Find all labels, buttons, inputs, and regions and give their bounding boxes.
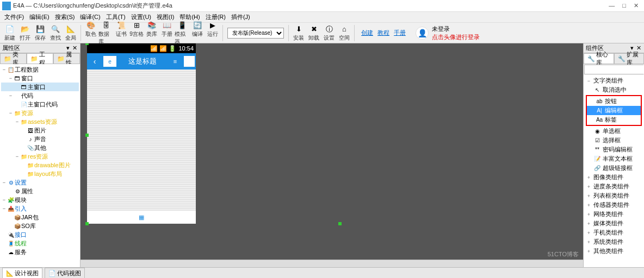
component-item[interactable]: 🔗超级链接框 [585,163,643,173]
phone-title: 这是标题 [117,56,168,66]
tree-item[interactable]: −📋工程数据 [1,65,79,74]
tree-item[interactable]: −📁assets资源 [1,117,79,126]
link-创建[interactable]: 创建 [361,29,373,37]
tree-item[interactable]: −代码 [1,91,79,100]
window-title: E4A — C:\Users\longchunfeng\Desktop\csdn… [13,2,609,10]
toolbar-运行[interactable]: ▶运行 [205,21,220,46]
tree-item[interactable]: ⚙属性 [1,187,79,195]
component-item[interactable]: A|编辑框 [587,106,641,115]
app-icon [2,2,11,10]
component-category[interactable]: +网络类组件 [585,210,643,219]
header-box [184,56,195,67]
login-status: 未登录 [432,25,480,33]
left-tab-属性[interactable]: 📁属性 [53,53,80,64]
component-item[interactable]: 📝丰富文本框 [585,154,643,163]
toolbar-类库[interactable]: 📚类库 [144,21,159,46]
component-item[interactable]: ☑选择框 [585,136,643,145]
toolbar-数据库[interactable]: 🗄数据库 [98,21,114,46]
link-手册[interactable]: 手册 [394,29,406,37]
tree-item[interactable]: −🧩模块 [1,195,79,204]
tab-code-view[interactable]: 📄 代码视图 [45,268,85,279]
tree-item[interactable]: −⚙设置 [1,178,79,187]
component-item[interactable]: ↖取消选中 [585,85,643,94]
tree-item[interactable]: 📁layout布局 [1,169,79,178]
component-item[interactable]: **密码编辑框 [585,145,643,154]
tab-design-view[interactable]: 📐 设计视图 [2,268,42,279]
avatar[interactable]: 👤 [416,27,429,40]
tree-item[interactable]: −📁资源 [1,109,79,117]
bottom-tabs: 📐 设计视图 📄 代码视图 [0,267,644,278]
menu-item[interactable]: 插件(J) [229,13,252,21]
tree-item[interactable]: 📄主窗口代码 [1,100,79,109]
component-item[interactable]: ab按钮 [587,97,641,106]
left-tab-类库[interactable]: 📁类库 [0,53,27,64]
left-tab-工程[interactable]: 📁工程 [27,53,53,64]
toolbar-手册[interactable]: 📖手册 [159,21,175,46]
component-category[interactable]: +系统类组件 [585,237,643,247]
toolbar-打开[interactable]: 📂打开 [17,24,33,42]
link-教程[interactable]: 教程 [377,29,389,37]
tree-item[interactable]: −📥引入 [1,204,79,213]
component-category[interactable]: +传感器类组件 [585,200,643,210]
back-icon[interactable]: ‹ [87,57,102,66]
toolbar-新建[interactable]: 📄新建 [2,24,17,42]
menu-item[interactable]: 搜索(S) [53,13,77,21]
component-search-input[interactable] [585,65,644,74]
menu-item[interactable]: 编辑(E) [27,13,52,21]
component-category[interactable]: +手机类组件 [585,228,643,237]
tree-item[interactable]: ☁服务 [1,248,79,256]
maximize-button[interactable]: □ [622,2,626,9]
tree-item[interactable]: 🖼图片 [1,126,79,135]
logo-icon: e [103,56,116,67]
component-category[interactable]: −文字类组件 [585,76,643,85]
tree-item[interactable]: 📎其他 [1,143,79,152]
phone-footer[interactable]: ▦ [87,211,196,224]
tree-item[interactable]: −📁res资源 [1,152,79,161]
tree-item[interactable]: ♪声音 [1,135,79,143]
right-tab-核心库[interactable]: 🔧核心库 [584,53,614,64]
component-item[interactable]: ◉单选框 [585,127,643,136]
login-hint[interactable]: 点击头像进行登录 [432,33,480,41]
toolbar-设置[interactable]: ⓘ设置 [321,24,337,42]
component-tree[interactable]: −文字类组件↖取消选中ab按钮A|编辑框Aa标签◉单选框☑选择框**密码编辑框📝… [584,75,644,267]
tree-item[interactable]: 📦JAR包 [1,213,79,222]
component-category[interactable]: +媒体类组件 [585,219,643,228]
toolbar-取色[interactable]: 🎨取色 [83,21,98,46]
phone-preview[interactable]: 📶 📶 🔋10:54 ‹ e 这是标题 ≡ ▦ [87,43,196,224]
status-icons: 📶 📶 🔋 [150,45,176,52]
tree-item[interactable]: 📁drawable图片 [1,161,79,169]
designer-canvas[interactable]: 📶 📶 🔋10:54 ‹ e 这是标题 ≡ ▦ 51CTO博客 [81,43,583,267]
toolbar: 📄新建📂打开💾保存🔍查找📐全局 🎨取色🗄数据库📜证书⊞9宫格📚类库📖手册📱模拟器… [0,23,644,43]
close-button[interactable]: ✕ [634,2,639,9]
tree-item[interactable]: −🗔窗口 [1,74,79,83]
toolbar-9宫格[interactable]: ⊞9宫格 [129,21,144,46]
menu-icon[interactable]: ≡ [168,58,183,65]
tree-item[interactable]: 🗔主窗口 [1,83,79,91]
toolbar-查找[interactable]: 🔍查找 [48,24,63,42]
tree-item[interactable]: 📦SO库 [1,222,79,230]
toolbar-模拟器[interactable]: 📱模拟器 [175,21,190,46]
component-category[interactable]: +进度条类组件 [585,182,643,191]
right-tab-扩展库[interactable]: 🔧扩展库 [614,53,645,64]
component-category[interactable]: +列表框类组件 [585,191,643,200]
minimize-button[interactable]: — [609,2,615,9]
toolbar-全局[interactable]: 📐全局 [63,24,78,42]
project-tree[interactable]: −📋工程数据−🗔窗口🗔主窗口−代码📄主窗口代码−📁资源−📁assets资源🖼图片… [0,64,80,267]
component-item[interactable]: Aa标签 [587,115,641,124]
phone-body[interactable] [87,70,196,211]
toolbar-卸载[interactable]: ✖卸载 [306,24,321,42]
watermark: 51CTO博客 [548,250,579,258]
tree-item[interactable]: 🔌接口 [1,230,79,239]
release-combo[interactable]: 发布版(Release) [227,28,284,39]
toolbar-保存[interactable]: 💾保存 [33,24,48,42]
toolbar-编译[interactable]: 🔄编译 [190,21,205,46]
component-category[interactable]: +图像类组件 [585,173,643,182]
toolbar-证书[interactable]: 📜证书 [114,21,129,46]
tree-item[interactable]: 🧵线程 [1,239,79,248]
toolbar-安装[interactable]: ⬇安装 [291,24,306,42]
h-scrollbar[interactable] [81,260,583,267]
phone-time: 10:54 [178,45,194,52]
menu-item[interactable]: 文件(F) [2,13,26,21]
toolbar-空间[interactable]: ⌂空间 [337,24,352,42]
component-category[interactable]: +其他类组件 [585,247,643,256]
